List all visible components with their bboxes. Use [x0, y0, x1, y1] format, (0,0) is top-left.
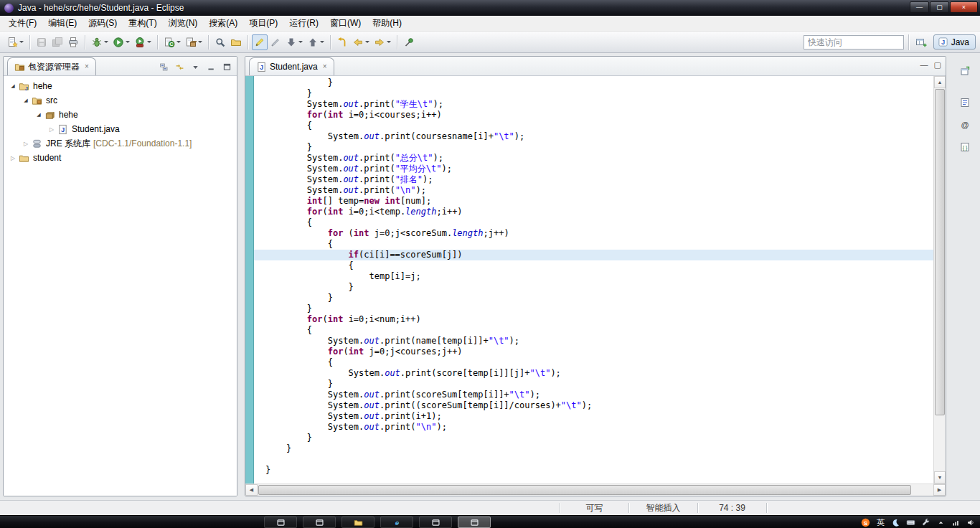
menu-help[interactable]: 帮助(H)	[367, 15, 407, 32]
code-line[interactable]: System.out.print("\n");	[265, 422, 933, 433]
package-explorer-body[interactable]: ◢Jhehe◢src◢hehe▷JStudent.java▷JRE 系统库[CD…	[4, 76, 237, 496]
external-tools-button[interactable]	[132, 34, 154, 50]
tree-item-package-hehe[interactable]: ◢hehe	[4, 108, 237, 122]
tab-package-explorer[interactable]: 包资源管理器 ×	[7, 57, 96, 75]
save-all-button[interactable]	[50, 34, 65, 50]
annotations-button[interactable]	[268, 34, 283, 50]
menu-window[interactable]: 窗口(W)	[324, 15, 367, 32]
dropdown-arrow-icon[interactable]	[126, 41, 130, 43]
tray-network-status[interactable]	[949, 517, 963, 528]
scroll-left-arrow-icon[interactable]: ◀	[245, 484, 258, 496]
code-line[interactable]: System.out.print("总分\t");	[265, 153, 933, 164]
run-button[interactable]	[110, 34, 132, 50]
code-line[interactable]: for(int i=0;i<courses;i++)	[265, 110, 933, 121]
code-line[interactable]: System.out.print(i+1);	[265, 411, 933, 422]
menu-edit[interactable]: 编辑(E)	[42, 15, 83, 32]
code-line[interactable]: System.out.print(name[temp[i]]+"\t");	[265, 336, 933, 346]
new-wizard-button[interactable]	[4, 34, 26, 50]
code-line-current[interactable]: if(ci[i]==scoreSum[j])	[254, 250, 933, 260]
max-view-button[interactable]	[220, 60, 234, 73]
taskbar-app-window-2[interactable]	[303, 517, 336, 528]
code-line[interactable]: System.out.print(coursesname[i]+"\t");	[265, 131, 933, 142]
expand-arrow-icon[interactable]: ▷	[47, 126, 57, 133]
vertical-scrollbar-thumb[interactable]	[935, 89, 945, 415]
code-line[interactable]: }	[265, 433, 933, 443]
tray-ime-mode-moon[interactable]	[889, 517, 903, 528]
code-line[interactable]: {	[265, 260, 933, 271]
code-line[interactable]: int[] temp=new int[num];	[265, 196, 933, 207]
code-line[interactable]: }	[265, 379, 933, 390]
restore-views-button[interactable]	[956, 63, 974, 79]
tray-ime-language[interactable]: 英	[874, 517, 887, 528]
menu-run[interactable]: 运行(R)	[283, 15, 324, 32]
tree-item-jre-system-library[interactable]: ▷JRE 系统库[CDC-1.1/Foundation-1.1]	[4, 136, 237, 151]
vertical-scrollbar[interactable]: ▲ ▼	[933, 76, 946, 484]
search-button[interactable]	[212, 34, 228, 50]
tray-tray-show-hidden[interactable]	[934, 517, 948, 528]
javadoc-view-button[interactable]: @	[956, 117, 974, 133]
collapse-arrow-icon[interactable]: ◢	[8, 83, 18, 89]
minimize-window-button[interactable]: —	[910, 1, 929, 13]
code-line[interactable]: }	[265, 303, 933, 314]
menu-file[interactable]: 文件(F)	[3, 15, 42, 32]
taskbar-app-ie[interactable]: e	[380, 517, 413, 528]
java-perspective-button[interactable]: J Java	[933, 34, 976, 50]
pin-editor-button[interactable]	[401, 34, 417, 50]
dropdown-arrow-icon[interactable]	[320, 41, 324, 43]
code-line[interactable]: System.out.print("平均分\t");	[265, 164, 933, 174]
taskbar-app-window-3[interactable]	[419, 517, 452, 528]
code-line[interactable]: }	[265, 282, 933, 293]
open-perspective-button[interactable]	[913, 34, 929, 50]
code-line[interactable]: System.out.print(score[temp[i]][j]+"\t")…	[265, 368, 933, 379]
code-line[interactable]: System.out.print("排名");	[265, 174, 933, 185]
collapse-arrow-icon[interactable]: ◢	[34, 112, 44, 118]
code-line[interactable]: System.out.print("\n");	[265, 185, 933, 196]
code-line[interactable]: temp[i]=j;	[265, 271, 933, 282]
close-icon[interactable]: ×	[85, 63, 89, 70]
new-java-class-button[interactable]: C	[161, 34, 183, 50]
debug-button[interactable]	[89, 34, 110, 50]
code-line[interactable]	[265, 454, 933, 465]
last-edit-button[interactable]	[334, 34, 350, 50]
link-editor-button[interactable]	[173, 60, 187, 73]
code-line[interactable]: }	[265, 142, 933, 153]
mark-occurrences-button[interactable]	[252, 34, 268, 50]
collapse-all-button[interactable]	[157, 60, 171, 73]
task-list-view-button[interactable]	[956, 95, 974, 110]
code-line[interactable]: }	[265, 465, 933, 476]
view-menu-button[interactable]	[189, 60, 202, 73]
code-line[interactable]: }	[265, 443, 933, 454]
dropdown-arrow-icon[interactable]	[198, 41, 202, 43]
next-annotation-button[interactable]	[283, 34, 305, 50]
expand-arrow-icon[interactable]: ▷	[8, 155, 18, 161]
title-bar[interactable]: Java - hehe/src/hehe/Student.java - Ecli…	[0, 0, 980, 16]
close-icon[interactable]: ×	[323, 63, 327, 70]
tab-student-java[interactable]: J Student.java ×	[249, 57, 334, 75]
menu-refactor[interactable]: 重构(T)	[123, 15, 162, 32]
tree-item-folder-src[interactable]: ◢src	[4, 93, 237, 108]
horizontal-scrollbar[interactable]: ◀ ▶	[245, 484, 946, 496]
code-line[interactable]: for(int j=0;j<courses;j++)	[265, 346, 933, 357]
view-sash[interactable]	[237, 56, 245, 496]
code-line[interactable]: System.out.print("学生\t");	[265, 99, 933, 110]
code-line[interactable]: }	[265, 88, 933, 99]
code-editor[interactable]: } } System.out.print("学生\t"); for(int i=…	[245, 76, 946, 484]
tray-sogou-ime[interactable]: S	[859, 517, 872, 528]
dropdown-arrow-icon[interactable]	[176, 41, 181, 43]
dropdown-arrow-icon[interactable]	[387, 41, 391, 43]
tree-item-project-hehe[interactable]: ◢Jhehe	[4, 79, 237, 93]
maximize-editor-icon[interactable]: ▢	[934, 61, 941, 69]
quick-access-input[interactable]	[804, 35, 904, 50]
menu-navigate[interactable]: 浏览(N)	[163, 15, 204, 32]
scroll-right-arrow-icon[interactable]: ▶	[933, 484, 946, 496]
code-line[interactable]: System.out.print(scoreSum[temp[i]]+"\t")…	[265, 390, 933, 400]
close-window-button[interactable]: ×	[950, 1, 978, 13]
code-line[interactable]: for(int i=0;i<temp.length;i++)	[265, 207, 933, 217]
min-view-button[interactable]	[204, 60, 218, 73]
tree-item-project-student[interactable]: ▷student	[4, 151, 237, 165]
dropdown-arrow-icon[interactable]	[365, 41, 369, 43]
code-line[interactable]: System.out.print((scoreSum[temp[i]]/cour…	[265, 400, 933, 411]
code-line[interactable]: }	[265, 77, 933, 88]
dropdown-arrow-icon[interactable]	[104, 41, 108, 43]
menu-project[interactable]: 项目(P)	[243, 15, 283, 32]
